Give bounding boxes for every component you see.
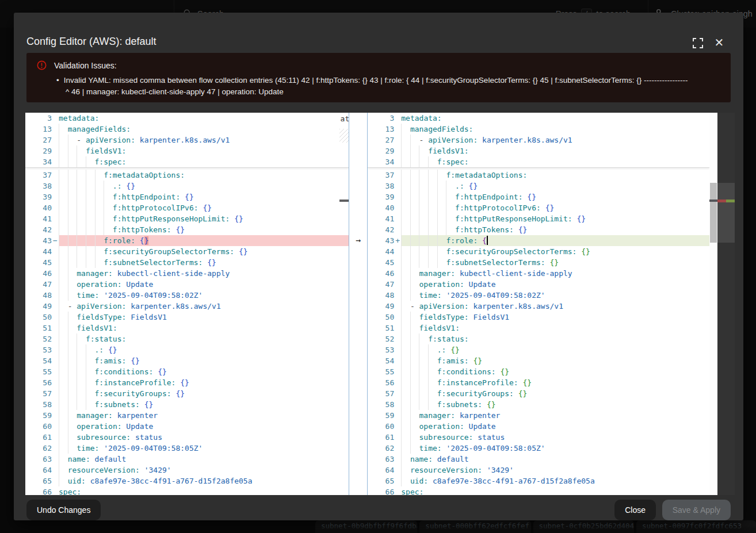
code-line[interactable]: 50fieldsType: FieldsV1 [25,312,349,323]
code-content: f:httpTokens: {} [59,224,349,235]
code-line[interactable]: 54f:amis: {} [368,355,709,366]
code-line[interactable]: 66spec: [25,486,349,495]
code-line[interactable]: 37f:metadataOptions: [368,170,709,181]
code-line[interactable]: 55f:conditions: {} [368,366,709,377]
code-line[interactable]: 61subresource: status [25,432,349,443]
code-line[interactable]: 53.: {} [368,344,709,355]
code-line[interactable]: 50fieldsType: FieldsV1 [368,312,709,323]
code-line[interactable]: 63name: default [25,454,349,465]
code-line[interactable]: 38.: {} [368,181,709,191]
code-line[interactable]: 51fieldsV1: [25,323,349,333]
code-line[interactable]: 60operation: Update [368,421,709,432]
diff-sign [52,246,59,257]
diff-modified-pane[interactable]: 3metadata:13managedFields:27- apiVersion… [368,113,709,495]
code-line[interactable]: 52f:status: [25,333,349,344]
code-content: managedFields: [59,124,349,135]
code-line[interactable]: 60operation: Update [25,421,349,432]
code-line[interactable]: 39f:httpEndpoint: {} [25,191,349,202]
diff-sash[interactable]: → [349,113,368,495]
code-line[interactable]: 58f:subnets: {} [368,399,709,410]
code-block[interactable]: 37f:metadataOptions:38.: {}39f:httpEndpo… [368,168,709,495]
scrollbar-thumb[interactable] [710,183,717,243]
code-line[interactable]: 38.: {} [25,181,349,191]
diff-original-pane[interactable]: 3metadata:13managedFields:27- apiVersion… [25,113,349,495]
code-line[interactable]: 3metadata: [368,113,709,124]
code-line[interactable]: 29fieldsV1: [25,145,349,156]
code-line[interactable]: 46manager: kubectl-client-side-apply [368,268,709,279]
code-line[interactable]: 34f:spec: [25,156,349,167]
validation-alert-message: Invalid YAML: missed comma between flow … [56,75,720,98]
validation-alert: Validation Issues: Invalid YAML: missed … [26,53,731,102]
code-line[interactable]: 49- apiVersion: karpenter.k8s.aws/v1 [368,301,709,312]
code-line[interactable]: 53.: {} [25,344,349,355]
code-line[interactable]: 59manager: karpenter [368,410,709,421]
code-line[interactable]: 57f:securityGroups: {} [25,388,349,399]
code-line[interactable]: 42f:httpTokens: {} [368,224,709,235]
code-line[interactable]: 37f:metadataOptions: [25,170,349,181]
code-line[interactable]: 48time: '2025-09-04T09:58:02Z' [368,290,709,301]
code-line[interactable]: 66spec: [368,486,709,495]
code-line[interactable]: 27- apiVersion: karpenter.k8s.aws/v1 [25,135,349,145]
vertical-scrollbar[interactable] [709,113,717,495]
diff-sign [52,301,59,312]
code-block[interactable]: 37f:metadataOptions:38.: {}39f:httpEndpo… [25,168,349,495]
error-icon [37,60,47,70]
code-line[interactable]: 3metadata: [25,113,349,124]
code-line[interactable]: 41f:httpPutResponseHopLimit: {} [25,213,349,224]
code-line[interactable]: 56f:instanceProfile: {} [25,377,349,388]
code-line[interactable]: 34f:spec: [368,156,709,167]
diff-overview-ruler[interactable] [717,113,735,495]
code-line[interactable]: 56f:instanceProfile: {} [368,377,709,388]
save-apply-button[interactable]: Save & Apply [662,500,731,520]
code-line[interactable]: 61subresource: status [368,432,709,443]
code-line[interactable]: 47operation: Update [25,279,349,290]
code-line[interactable]: 52f:status: [368,333,709,344]
line-number: 61 [25,432,52,443]
close-icon[interactable]: ✕ [713,37,725,48]
code-line[interactable]: 27- apiVersion: karpenter.k8s.aws/v1 [368,135,709,145]
code-line[interactable]: 40f:httpProtocolIPv6: {} [25,202,349,213]
code-line[interactable]: 41f:httpPutResponseHopLimit: {} [368,213,709,224]
code-line[interactable]: 46manager: kubectl-client-side-apply [25,268,349,279]
code-line[interactable]: 43−f:role: {} [25,235,349,246]
code-line[interactable]: 39f:httpEndpoint: {} [368,191,709,202]
code-line[interactable]: 45f:subnetSelectorTerms: {} [368,257,709,268]
code-line[interactable]: 63name: default [368,454,709,465]
code-line[interactable]: 57f:securityGroups: {} [368,388,709,399]
code-line[interactable]: 13managedFields: [25,124,349,135]
code-line[interactable]: 64resourceVersion: '3429' [25,465,349,476]
code-line[interactable]: 51fieldsV1: [368,323,709,333]
close-button[interactable]: Close [614,500,656,520]
code-line[interactable]: 54f:amis: {} [25,355,349,366]
diff-sign [52,388,59,399]
line-number: 38 [368,181,394,191]
revert-change-arrow[interactable]: → [349,235,368,246]
code-line[interactable]: 59manager: karpenter [25,410,349,421]
code-line[interactable]: 43+f:role: { [368,235,709,246]
code-line[interactable]: 40f:httpProtocolIPv6: {} [368,202,709,213]
code-line[interactable]: 65uid: c8afe97e-38cc-4f91-a767-d15f2a8fe… [25,476,349,486]
code-line[interactable]: 48time: '2025-09-04T09:58:02Z' [25,290,349,301]
code-line[interactable]: 42f:httpTokens: {} [25,224,349,235]
code-line[interactable]: 44f:securityGroupSelectorTerms: {} [368,246,709,257]
line-number: 3 [25,113,52,124]
code-line[interactable]: 62time: '2025-09-04T09:58:05Z' [25,443,349,454]
expand-icon[interactable] [693,38,703,48]
collapsed-context-block[interactable]: 3metadata:13managedFields:27- apiVersion… [368,113,709,168]
diff-sign [394,465,401,476]
code-line[interactable]: 64resourceVersion: '3429' [368,465,709,476]
code-line[interactable]: 44f:securityGroupSelectorTerms: {} [25,246,349,257]
code-line[interactable]: 55f:conditions: {} [25,366,349,377]
code-line[interactable]: 65uid: c8afe97e-38cc-4f91-a767-d15f2a8fe… [368,476,709,486]
code-line[interactable]: 58f:subnets: {} [25,399,349,410]
code-line[interactable]: 47operation: Update [368,279,709,290]
code-line[interactable]: 29fieldsV1: [368,145,709,156]
undo-changes-button[interactable]: Undo Changes [26,500,101,520]
code-line[interactable]: 45f:subnetSelectorTerms: {} [25,257,349,268]
code-line[interactable]: 49- apiVersion: karpenter.k8s.aws/v1 [25,301,349,312]
code-content: managedFields: [401,124,709,135]
line-number: 61 [368,432,394,443]
collapsed-context-block[interactable]: 3metadata:13managedFields:27- apiVersion… [25,113,349,168]
code-line[interactable]: 62time: '2025-09-04T09:58:05Z' [368,443,709,454]
code-line[interactable]: 13managedFields: [368,124,709,135]
